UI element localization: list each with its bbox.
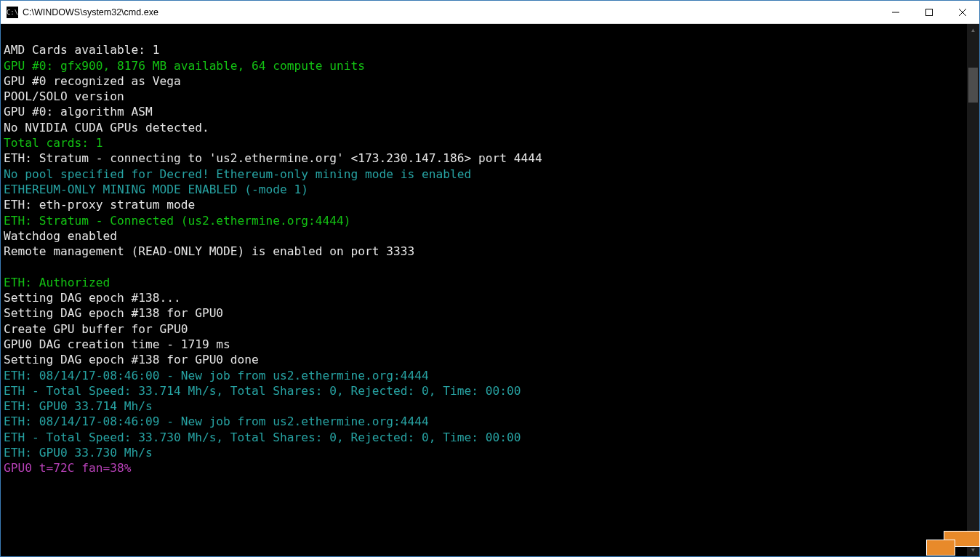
terminal-line bbox=[4, 27, 964, 42]
close-button[interactable] bbox=[946, 1, 979, 23]
terminal-line: GPU #0: gfx900, 8176 MB available, 64 co… bbox=[4, 58, 964, 73]
terminal-line: Total cards: 1 bbox=[4, 135, 964, 151]
terminal-line: Setting DAG epoch #138... bbox=[4, 290, 964, 305]
window-title: C:\WINDOWS\system32\cmd.exe bbox=[23, 1, 879, 24]
terminal-line: ETH: Authorized bbox=[4, 275, 964, 290]
terminal-line: ETH: 08/14/17-08:46:09 - New job from us… bbox=[4, 414, 964, 429]
minimize-icon bbox=[892, 9, 899, 16]
maximize-button[interactable] bbox=[912, 1, 946, 23]
window-controls bbox=[879, 1, 979, 23]
terminal-line: Watchdog enabled bbox=[4, 228, 964, 244]
terminal-line: Setting DAG epoch #138 for GPU0 bbox=[4, 305, 964, 321]
terminal-line: GPU0 t=72C fan=38% bbox=[4, 460, 964, 476]
terminal-line: Setting DAG epoch #138 for GPU0 done bbox=[4, 352, 964, 367]
terminal-line: ETHEREUM-ONLY MINING MODE ENABLED (-mode… bbox=[4, 182, 964, 197]
maximize-icon bbox=[925, 9, 933, 16]
cmd-icon: C:\ bbox=[7, 7, 18, 18]
terminal-line: Remote management (READ-ONLY MODE) is en… bbox=[4, 244, 964, 259]
minimize-button[interactable] bbox=[879, 1, 912, 23]
terminal-line: AMD Cards available: 1 bbox=[4, 42, 964, 57]
terminal-line: Create GPU buffer for GPU0 bbox=[4, 321, 964, 337]
terminal-line: GPU0 DAG creation time - 1719 ms bbox=[4, 337, 964, 352]
cmd-window: C:\ C:\WINDOWS\system32\cmd.exe AMD Card… bbox=[0, 0, 980, 557]
terminal-line: ETH: eth-proxy stratum mode bbox=[4, 197, 964, 212]
terminal-area: AMD Cards available: 1GPU #0: gfx900, 81… bbox=[1, 24, 979, 556]
terminal-line bbox=[4, 259, 964, 274]
terminal-line: ETH: Stratum - connecting to 'us2.etherm… bbox=[4, 151, 964, 166]
terminal-line: POOL/SOLO version bbox=[4, 89, 964, 104]
terminal-line: No NVIDIA CUDA GPUs detected. bbox=[4, 120, 964, 135]
terminal-line: ETH: Stratum - Connected (us2.ethermine.… bbox=[4, 213, 964, 228]
svg-rect-1 bbox=[926, 9, 933, 15]
terminal-line: ETH - Total Speed: 33.714 Mh/s, Total Sh… bbox=[4, 383, 964, 398]
terminal-line: ETH: GPU0 33.714 Mh/s bbox=[4, 398, 964, 414]
terminal-line: ETH: GPU0 33.730 Mh/s bbox=[4, 445, 964, 460]
vertical-scrollbar[interactable]: ▲ ▼ bbox=[967, 24, 979, 556]
terminal-line: GPU #0 recognized as Vega bbox=[4, 73, 964, 89]
scroll-down-button[interactable]: ▼ bbox=[967, 544, 979, 556]
terminal-line: GPU #0: algorithm ASM bbox=[4, 104, 964, 119]
titlebar[interactable]: C:\ C:\WINDOWS\system32\cmd.exe bbox=[1, 1, 979, 24]
close-icon bbox=[959, 9, 966, 16]
scroll-up-button[interactable]: ▲ bbox=[967, 24, 979, 36]
terminal-line: ETH - Total Speed: 33.730 Mh/s, Total Sh… bbox=[4, 430, 964, 445]
scroll-thumb[interactable] bbox=[968, 68, 978, 103]
terminal-line: No pool specified for Decred! Ethereum-o… bbox=[4, 167, 964, 182]
terminal-line: ETH: 08/14/17-08:46:00 - New job from us… bbox=[4, 368, 964, 383]
terminal-output[interactable]: AMD Cards available: 1GPU #0: gfx900, 81… bbox=[1, 24, 967, 556]
